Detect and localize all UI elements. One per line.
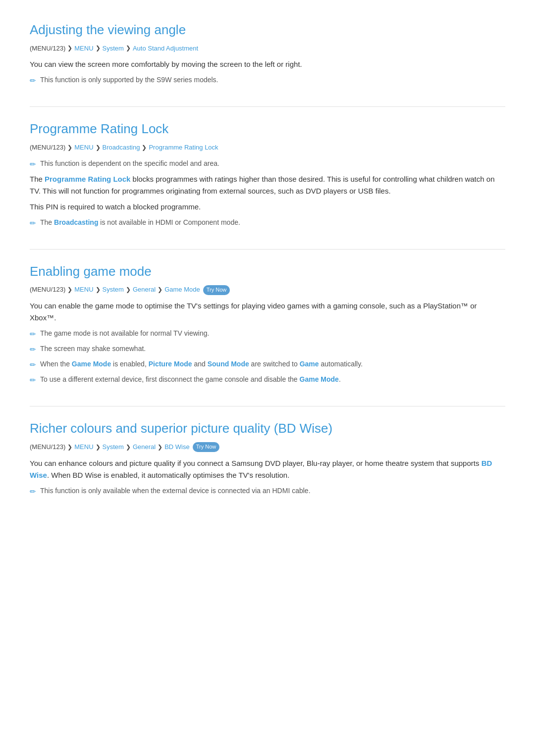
breadcrumb-link[interactable]: General (133, 442, 156, 453)
note-text: When the Game Mode is enabled, Picture M… (40, 358, 363, 369)
breadcrumb-link[interactable]: MENU (74, 285, 93, 295)
breadcrumb-link[interactable]: General (133, 285, 156, 295)
try-now-badge[interactable]: Try Now (203, 285, 230, 295)
note-text: This function is dependent on the specif… (40, 158, 219, 169)
breadcrumb-text: (MENU/123) (30, 44, 65, 54)
body-paragraph: You can enhance colours and picture qual… (30, 457, 505, 481)
breadcrumb-chevron: ❯ (142, 143, 147, 152)
breadcrumb-link[interactable]: MENU (74, 143, 93, 153)
breadcrumb-link[interactable]: Game Mode (164, 285, 200, 295)
body-paragraph: You can enable the game mode to optimise… (30, 300, 505, 324)
breadcrumb: (MENU/123) ❯ MENU ❯ System ❯ General ❯ B… (30, 442, 505, 453)
breadcrumb-chevron: ❯ (67, 443, 72, 452)
section-title: Richer colours and superior picture qual… (30, 418, 505, 439)
breadcrumb-link[interactable]: Auto Stand Adjustment (133, 44, 198, 54)
note-icon: ✏ (30, 374, 36, 386)
note-text: The screen may shake somewhat. (40, 343, 146, 354)
breadcrumb-chevron: ❯ (158, 285, 162, 295)
breadcrumb-chevron: ❯ (126, 44, 131, 53)
body-paragraph: You can view the screen more comfortably… (30, 58, 505, 70)
section-richer-colours: Richer colours and superior picture qual… (30, 418, 505, 497)
section-programme-rating-lock: Programme Rating Lock(MENU/123) ❯ MENU ❯… (30, 119, 505, 229)
section-divider (30, 406, 505, 406)
note-icon: ✏ (30, 328, 36, 340)
note-line: ✏ The Broadcasting is not available in H… (30, 217, 505, 229)
note-text: The game mode is not available for norma… (40, 328, 209, 339)
note-icon: ✏ (30, 359, 36, 371)
note-line: ✏ This function is only available when t… (30, 485, 505, 498)
section-divider (30, 249, 505, 250)
breadcrumb-link[interactable]: BD Wise (164, 442, 190, 453)
breadcrumb: (MENU/123) ❯ MENU ❯ System ❯ General ❯ G… (30, 285, 505, 295)
section-title: Programme Rating Lock (30, 119, 505, 140)
note-icon: ✏ (30, 217, 36, 229)
breadcrumb-text: (MENU/123) (30, 442, 65, 453)
note-text: This function is only available when the… (40, 485, 311, 496)
breadcrumb-chevron: ❯ (96, 285, 101, 295)
breadcrumb: (MENU/123) ❯ MENU ❯ Broadcasting ❯ Progr… (30, 143, 505, 153)
breadcrumb-link[interactable]: System (103, 44, 124, 54)
note-icon: ✏ (30, 344, 36, 355)
note-text: To use a different external device, firs… (40, 374, 341, 385)
breadcrumb-text: (MENU/123) (30, 143, 65, 153)
breadcrumb-link[interactable]: MENU (74, 442, 93, 453)
note-icon: ✏ (30, 158, 36, 170)
section-enabling-game-mode: Enabling game mode(MENU/123) ❯ MENU ❯ Sy… (30, 261, 505, 386)
try-now-badge[interactable]: Try Now (193, 442, 220, 452)
note-icon: ✏ (30, 75, 36, 87)
breadcrumb-link[interactable]: Broadcasting (103, 143, 140, 153)
breadcrumb-chevron: ❯ (126, 285, 131, 295)
breadcrumb-text: (MENU/123) (30, 285, 65, 295)
breadcrumb-chevron: ❯ (158, 443, 162, 452)
breadcrumb-chevron: ❯ (96, 143, 101, 152)
breadcrumb-chevron: ❯ (67, 143, 72, 152)
breadcrumb-chevron: ❯ (67, 44, 72, 53)
breadcrumb-link[interactable]: MENU (74, 44, 93, 54)
section-title: Adjusting the viewing angle (30, 20, 505, 41)
note-line: ✏ This function is dependent on the spec… (30, 158, 505, 170)
note-line: ✏ When the Game Mode is enabled, Picture… (30, 358, 505, 371)
note-line: ✏ The screen may shake somewhat. (30, 343, 505, 355)
note-line: ✏ The game mode is not available for nor… (30, 328, 505, 340)
note-line: ✏ This function is only supported by the… (30, 74, 505, 87)
section-divider (30, 106, 505, 107)
breadcrumb-link[interactable]: Programme Rating Lock (149, 143, 218, 153)
breadcrumb-link[interactable]: System (103, 442, 124, 453)
note-line: ✏ To use a different external device, fi… (30, 374, 505, 386)
note-text: The Broadcasting is not available in HDM… (40, 217, 240, 228)
note-text: This function is only supported by the S… (40, 74, 218, 85)
section-title: Enabling game mode (30, 261, 505, 282)
body-paragraph: The Programme Rating Lock blocks program… (30, 173, 505, 197)
breadcrumb-link[interactable]: System (103, 285, 124, 295)
breadcrumb-chevron: ❯ (96, 443, 101, 452)
breadcrumb-chevron: ❯ (96, 44, 101, 53)
breadcrumb-chevron: ❯ (126, 443, 131, 452)
breadcrumb-chevron: ❯ (67, 285, 72, 295)
body-paragraph: This PIN is required to watch a blocked … (30, 201, 505, 213)
breadcrumb: (MENU/123) ❯ MENU ❯ System ❯ Auto Stand … (30, 44, 505, 54)
note-icon: ✏ (30, 486, 36, 498)
section-adjusting-viewing-angle: Adjusting the viewing angle(MENU/123) ❯ … (30, 20, 505, 87)
